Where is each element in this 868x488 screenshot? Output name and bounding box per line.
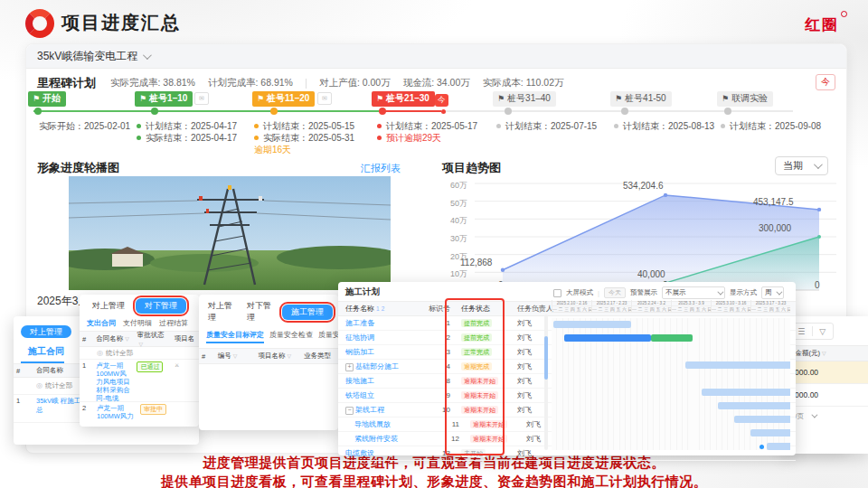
- gantt-bar[interactable]: [734, 416, 790, 423]
- status-badge: 逾期未开始: [461, 391, 498, 399]
- milestone-flag-start[interactable]: 开始: [28, 91, 66, 107]
- warn-select[interactable]: 不展示: [662, 286, 725, 299]
- project-selector[interactable]: 35kV峨德输变电工程: [26, 44, 846, 69]
- window-construction-mgmt: 对上管理 对下管理 施工管理 质量安全目标评定 质量安全检查 质量安全奖罚 质 …: [199, 295, 338, 430]
- section-construction-contract[interactable]: 施工合同: [21, 338, 64, 363]
- subtab-payment-detail[interactable]: 支付明细: [123, 318, 152, 328]
- col-project-name: 项目名: [172, 333, 199, 345]
- milestone-detail-4: 计划结束：2025-07-15: [496, 120, 597, 132]
- data-label: 112,868: [460, 258, 492, 267]
- gantt-bar[interactable]: [750, 429, 790, 436]
- stat-actual-complete: 实际完成率: 38.81%: [110, 77, 195, 89]
- milestone-flag-3[interactable]: 桩号21–30: [372, 91, 435, 107]
- status-cell: 已通过: [134, 360, 171, 374]
- tab-construction-active[interactable]: 施工管理: [282, 305, 333, 320]
- gantt-week-col: 2025.3.3 - 3.9一二三四五六日: [671, 300, 711, 312]
- milestone-flag-2[interactable]: 桩号11–20: [252, 91, 315, 107]
- page-title: 项目进度汇总: [61, 11, 181, 35]
- milestone-detail-5: 计划结束：2025-08-13: [614, 120, 714, 132]
- y-tick: 50万: [437, 198, 467, 210]
- tab-downstream[interactable]: 对下管理: [243, 298, 278, 325]
- tab-upstream[interactable]: 对上管理: [85, 298, 132, 314]
- screen: 项目进度汇总 红圈 35kV峨德输变电工程 里程碑计划 实际完成率: 38.81…: [0, 0, 868, 488]
- mail-icon[interactable]: [194, 92, 209, 105]
- filter-icon[interactable]: [287, 352, 291, 359]
- mode-label: 显示方式: [730, 288, 757, 297]
- report-list-link[interactable]: 汇报列表: [361, 162, 401, 175]
- sort-badge[interactable]: 2: [382, 305, 385, 312]
- milestone-detail-2: 计划结束：2025-05-15 实际结束：2025-05-31 逾期16天: [254, 120, 354, 155]
- mode-select[interactable]: 周: [761, 286, 785, 299]
- subtab-quality-check[interactable]: 质量安全检查: [269, 330, 313, 343]
- gantt-bar[interactable]: [718, 402, 790, 409]
- subtab-expense-contract[interactable]: 支出合同: [87, 318, 116, 328]
- vertical-scrollbar[interactable]: [544, 314, 548, 450]
- subtab-quality-target[interactable]: 质量安全目标评定: [206, 330, 264, 343]
- scrollbar-thumb[interactable]: [544, 336, 548, 380]
- carousel-title: 形象进度轮播图: [37, 160, 119, 176]
- gantt-body[interactable]: [552, 318, 790, 450]
- expand-icon[interactable]: [345, 363, 354, 371]
- period-value: 当期: [783, 159, 803, 173]
- today-button[interactable]: 今: [816, 74, 835, 90]
- milestone-flag-1[interactable]: 桩号1–10: [135, 91, 193, 107]
- contract-link[interactable]: 卢龙一期100MW风力: [94, 402, 137, 422]
- stat-output: 对上产值: 0.00万: [319, 77, 391, 89]
- gantt-bar[interactable]: [767, 443, 790, 450]
- milestone-node: [151, 108, 158, 115]
- chevron-down-icon: [777, 288, 783, 295]
- filter-icon[interactable]: [138, 341, 143, 347]
- subtab-quality-reward[interactable]: 质量安全奖罚: [318, 330, 338, 343]
- today-node: [441, 109, 446, 114]
- photo-scene: [69, 176, 391, 290]
- data-label: 40,000: [637, 269, 665, 279]
- subtab-process-settle[interactable]: 过程结算: [159, 318, 188, 328]
- col-index: #: [199, 351, 215, 362]
- tab-downstream-active[interactable]: 对下管理: [136, 298, 186, 314]
- col-task-id: 标识号: [423, 304, 456, 314]
- col-index: #: [80, 333, 93, 345]
- milestone-flag-6[interactable]: 联调实验: [717, 91, 773, 107]
- row-index: 1: [14, 395, 33, 407]
- stat-cashflow: 现金流: 34.00万: [403, 77, 470, 89]
- trend-title: 项目趋势图: [442, 160, 501, 176]
- progress-photo[interactable]: [69, 176, 391, 290]
- tab-upstream[interactable]: 对上管理: [204, 298, 240, 325]
- milestone-header: 里程碑计划 实际完成率: 38.81% 计划完成率: 68.91% 对上产值: …: [37, 75, 835, 91]
- gantt-bar[interactable]: [553, 321, 631, 328]
- milestone-flag-5[interactable]: 桩号41-50: [610, 91, 672, 107]
- filter-icon[interactable]: [125, 335, 129, 342]
- today-chip[interactable]: 今天: [604, 287, 626, 298]
- collapse-icon[interactable]: [345, 407, 354, 415]
- gantt-bar[interactable]: [651, 334, 693, 342]
- gantt-week-col: 2025.2.24 - 3.2一二三四五六日: [631, 300, 671, 312]
- mail-icon[interactable]: [317, 92, 332, 105]
- pagination[interactable]: 条/页: [783, 407, 868, 427]
- filter-icon[interactable]: [822, 350, 826, 358]
- contract-link[interactable]: 卢龙一期100MW风力风电项目材料采购合同-电缆: [93, 360, 134, 404]
- amount-cell: 0,000.00: [783, 384, 868, 407]
- checkbox-fullscreen[interactable]: [553, 289, 561, 297]
- milestone-node: [621, 108, 628, 115]
- col-index: #: [14, 365, 33, 377]
- chevron-down-icon: [812, 412, 818, 418]
- gantt-week-col: 2025.2.10 - 2.16一二三四五六日: [552, 300, 591, 312]
- status-badge: 逾期未开始: [470, 420, 507, 428]
- data-label: 300,000: [759, 223, 791, 233]
- period-select[interactable]: 当期: [775, 156, 828, 175]
- amount-cell: 0,000.00: [783, 361, 868, 384]
- tab-upstream[interactable]: 对上管理: [21, 325, 71, 338]
- gantt-bar[interactable]: [685, 361, 790, 369]
- milestone-flag-4[interactable]: 桩号31–40: [493, 91, 556, 107]
- row-index: 1: [80, 360, 93, 371]
- pagination-dot[interactable]: [760, 445, 764, 449]
- filter-icon[interactable]: ▽: [813, 324, 834, 339]
- status-badge: 逾期未开始: [470, 435, 507, 443]
- milestone-node: [34, 108, 42, 115]
- sort-badge[interactable]: 1: [376, 305, 380, 312]
- warn-label: 预警展示: [630, 288, 657, 297]
- gantt-bar[interactable]: [564, 334, 651, 342]
- chevron-down-icon: [814, 160, 823, 169]
- filter-icon[interactable]: [233, 352, 238, 359]
- gantt-bar[interactable]: [702, 389, 790, 396]
